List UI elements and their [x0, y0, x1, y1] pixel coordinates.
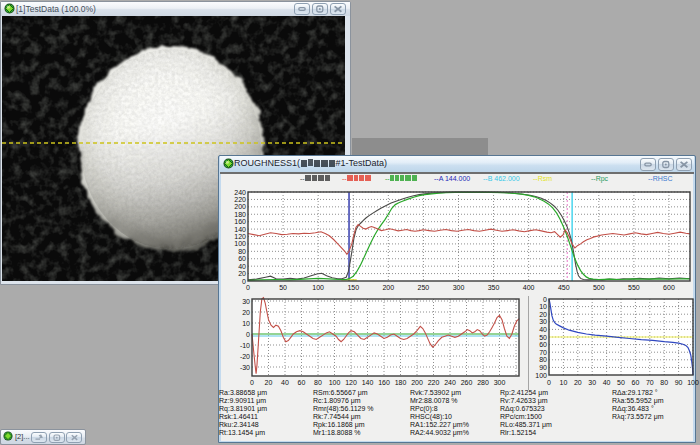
- svg-text:100: 100: [312, 284, 324, 291]
- svg-text:70: 70: [539, 349, 547, 356]
- svg-text:10: 10: [242, 320, 250, 327]
- svg-text:20: 20: [539, 311, 547, 318]
- svg-text:80: 80: [539, 356, 547, 363]
- svg-text:50: 50: [279, 284, 287, 291]
- svg-text:140: 140: [362, 379, 374, 386]
- svg-text:0: 0: [543, 296, 547, 303]
- svg-text:60: 60: [298, 379, 306, 386]
- svg-text:40: 40: [281, 379, 289, 386]
- svg-text:-20: -20: [240, 353, 250, 360]
- svg-text:220: 220: [428, 379, 440, 386]
- svg-text:600: 600: [663, 284, 675, 291]
- svg-text:80: 80: [238, 248, 246, 255]
- svg-text:50: 50: [617, 379, 625, 386]
- svg-text:120: 120: [234, 233, 246, 240]
- svg-text:0: 0: [246, 284, 250, 291]
- svg-text:20: 20: [574, 379, 582, 386]
- svg-text:90: 90: [675, 379, 683, 386]
- svg-text:70: 70: [646, 379, 654, 386]
- svg-text:60: 60: [238, 255, 246, 262]
- svg-text:20: 20: [238, 270, 246, 277]
- svg-text:30: 30: [539, 318, 547, 325]
- svg-text:60: 60: [539, 341, 547, 348]
- svg-text:100: 100: [234, 240, 246, 247]
- svg-text:240: 240: [444, 379, 456, 386]
- svg-text:200: 200: [382, 284, 394, 291]
- svg-text:120: 120: [345, 379, 357, 386]
- svg-text:140: 140: [234, 226, 246, 233]
- svg-text:80: 80: [660, 379, 668, 386]
- svg-text:550: 550: [628, 284, 640, 291]
- svg-text:20: 20: [242, 309, 250, 316]
- svg-text:20: 20: [265, 379, 273, 386]
- svg-text:450: 450: [558, 284, 570, 291]
- svg-text:10: 10: [560, 379, 568, 386]
- svg-text:220: 220: [234, 196, 246, 203]
- svg-text:260: 260: [461, 379, 473, 386]
- svg-text:200: 200: [234, 203, 246, 210]
- svg-text:200: 200: [411, 379, 423, 386]
- svg-text:40: 40: [603, 379, 611, 386]
- svg-text:180: 180: [395, 379, 407, 386]
- svg-text:400: 400: [523, 284, 535, 291]
- svg-text:90: 90: [539, 364, 547, 371]
- svg-text:30: 30: [588, 379, 596, 386]
- svg-text:40: 40: [539, 326, 547, 333]
- svg-text:160: 160: [234, 218, 246, 225]
- svg-text:300: 300: [453, 284, 465, 291]
- svg-text:180: 180: [234, 211, 246, 218]
- svg-text:150: 150: [347, 284, 359, 291]
- svg-text:-30: -30: [240, 364, 250, 371]
- svg-text:40: 40: [238, 263, 246, 270]
- svg-text:50: 50: [539, 334, 547, 341]
- svg-text:240: 240: [234, 189, 246, 196]
- svg-text:10: 10: [539, 303, 547, 310]
- svg-text:350: 350: [488, 284, 500, 291]
- svg-text:100: 100: [535, 372, 547, 379]
- svg-text:30: 30: [242, 298, 250, 305]
- svg-text:160: 160: [378, 379, 390, 386]
- svg-text:-10: -10: [240, 342, 250, 349]
- svg-text:0: 0: [246, 331, 250, 338]
- svg-text:100: 100: [687, 379, 699, 386]
- svg-text:80: 80: [314, 379, 322, 386]
- svg-text:0: 0: [547, 379, 551, 386]
- svg-text:500: 500: [593, 284, 605, 291]
- svg-text:60: 60: [632, 379, 640, 386]
- svg-text:0: 0: [250, 379, 254, 386]
- svg-text:250: 250: [418, 284, 430, 291]
- svg-text:100: 100: [329, 379, 341, 386]
- svg-text:280: 280: [477, 379, 489, 386]
- svg-text:300: 300: [494, 379, 506, 386]
